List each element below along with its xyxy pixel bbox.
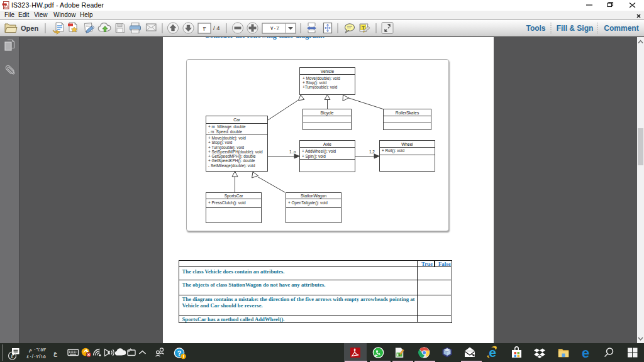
svg-text:٣: ٣: [203, 25, 206, 32]
svg-text:Comment: Comment: [604, 24, 638, 33]
svg-text:e: e: [582, 345, 589, 361]
svg-text:Fill & Sign: Fill & Sign: [557, 24, 594, 33]
svg-text:٧٠٪: ٧٠٪: [270, 25, 280, 31]
svg-text:٤: ٤: [11, 353, 14, 359]
svg-text:/ 4: / 4: [213, 25, 220, 31]
svg-text:Tools: Tools: [526, 24, 545, 33]
